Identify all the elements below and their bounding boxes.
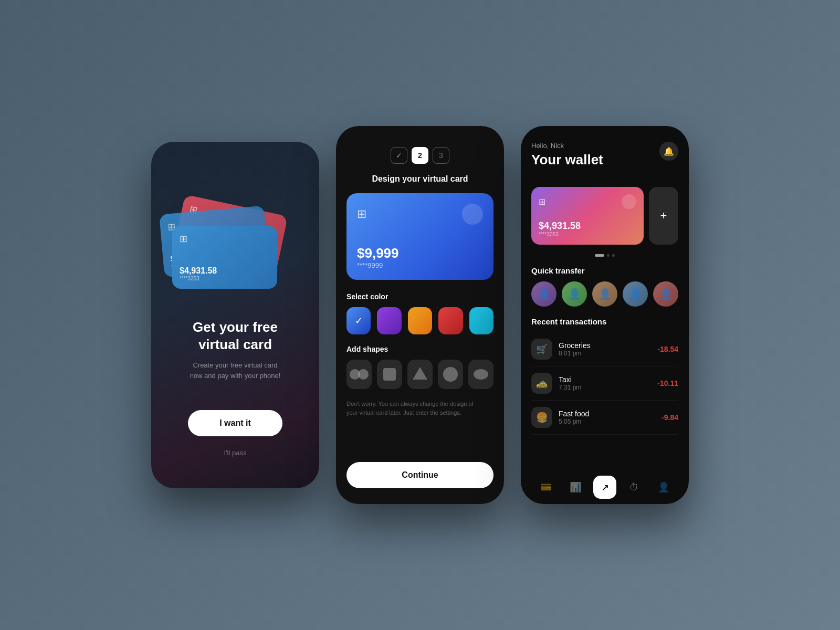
preview-card-logo: ⊞ [357,207,366,221]
wallet-main-card: ⊞ $4,931.58 ****3353 [531,187,644,245]
wallet-card-row: ⊞ $4,931.58 ****3353 + [531,187,678,245]
avatar-4-icon: 👤 [629,288,642,300]
taxi-time: 7:31 pm [559,384,657,391]
wallet-nav-icon: 💳 [540,481,552,493]
transfer-avatars: 👤 👤 👤 👤 👤 [531,281,678,307]
ill-pass-link[interactable]: I'll pass [224,449,247,457]
preview-card-number: ****9999 [357,261,483,269]
color-blue[interactable]: ✓ [346,307,371,334]
step-1-done: ✓ [391,147,407,164]
history-nav-icon: ⏱ [629,482,639,493]
avatar-3-icon: 👤 [598,288,612,300]
fastfood-amount: -9.84 [662,413,678,422]
profile-nav-icon: 👤 [658,481,669,493]
transaction-fastfood: 🍔 Fast food 5:05 pm -9.84 [531,401,678,435]
phone1-subtitle: Create your free virtual cardnow and pay… [174,360,297,381]
quick-transfer-title: Quick transfer [531,266,678,275]
shape-3[interactable] [407,360,433,389]
stats-nav-icon: 📊 [570,481,581,493]
card-front: ⊞ $4,931.58 ****3353 [172,226,277,289]
avatar-2[interactable]: 👤 [562,281,587,307]
add-card-button[interactable]: + [649,187,678,245]
groceries-time: 8:01 pm [559,350,657,357]
wallet-title: Your wallet [531,152,659,168]
bottom-nav: 💳 📊 ↗ ⏱ 👤 [531,468,678,499]
selected-check: ✓ [355,315,363,327]
color-options: ✓ [346,307,494,334]
plus-icon: + [660,209,667,223]
shape-1[interactable] [346,360,372,389]
card-stack: ⊞ $4,931.58 ****3353 ⊞ $4,931.58 ****335… [162,194,309,289]
avatar-5-icon: 👤 [659,288,673,300]
avatar-1[interactable]: 👤 [531,281,556,307]
card-amount-3: $4,931.58 [180,266,270,276]
avatar-5[interactable]: 👤 [653,281,678,307]
step-2-active: 2 [412,147,428,164]
groceries-amount: -18.54 [657,345,678,353]
fastfood-time: 5:05 pm [559,418,662,425]
preview-card: ⊞ $9,999 ****9999 [346,193,494,280]
step-3-label: 3 [439,151,443,160]
dot-inactive-2 [612,254,615,257]
step-indicators: ✓ 2 3 [346,147,494,164]
shape-5[interactable] [468,360,494,389]
nav-wallet[interactable]: 💳 [534,476,558,499]
groceries-icon: 🛒 [531,339,552,360]
card-pagination-dots [531,254,678,257]
greeting-text: Hello, Nick [531,142,659,150]
groceries-name: Groceries [559,341,657,350]
step-3-inactive: 3 [433,147,449,164]
recent-transactions-title: Recent transactions [531,317,678,326]
fastfood-info: Fast food 5:05 pm [559,410,662,425]
shape-4[interactable] [438,360,463,389]
taxi-amount: -10.11 [657,379,678,387]
shapes-section-label: Add shapes [346,345,494,353]
avatar-4[interactable]: 👤 [623,281,648,307]
wallet-card-circle [622,194,636,209]
preview-card-circle [462,204,483,225]
svg-point-1 [358,369,369,380]
fastfood-name: Fast food [559,410,662,418]
notification-button[interactable]: 🔔 [659,142,678,161]
phone-3: Hello, Nick Your wallet 🔔 ⊞ $4,931.58 **… [521,126,689,504]
continue-button[interactable]: Continue [346,462,494,488]
card-logo-icon-3: ⊞ [180,233,187,245]
transaction-groceries: 🛒 Groceries 8:01 pm -18.54 [531,332,678,366]
taxi-icon: 🚕 [531,373,552,394]
preview-card-amount: $9,999 [357,245,483,261]
avatar-3[interactable]: 👤 [592,281,617,307]
wallet-card-amount: $4,931.58 [539,220,581,232]
svg-marker-3 [413,367,427,380]
color-orange[interactable] [408,307,432,334]
shapes-options [346,360,494,389]
fastfood-icon: 🍔 [531,407,552,428]
nav-profile[interactable]: 👤 [652,476,675,499]
groceries-info: Groceries 8:01 pm [559,341,657,357]
nav-history[interactable]: ⏱ [623,476,646,499]
color-purple[interactable] [377,307,401,334]
card-number-3: ****3353 [180,276,270,281]
color-section-label: Select color [346,292,494,301]
phone2-title: Design your virtual card [346,174,494,184]
color-cyan[interactable] [469,307,494,334]
transaction-taxi: 🚕 Taxi 7:31 pm -10.11 [531,366,678,401]
wallet-card-number: ****3353 [539,232,581,237]
color-red[interactable] [438,307,463,334]
phone-2: ✓ 2 3 Design your virtual card ⊞ $9,999 … [336,126,504,504]
wallet-header: Hello, Nick Your wallet 🔔 [531,142,678,178]
taxi-name: Taxi [559,375,657,384]
step-1-check-icon: ✓ [396,151,402,160]
nav-stats[interactable]: 📊 [564,476,587,499]
svg-point-5 [474,369,488,380]
step-2-label: 2 [418,151,422,160]
svg-rect-4 [443,367,458,382]
dot-active [595,254,604,257]
i-want-it-button[interactable]: I want it [188,410,282,436]
avatar-2-icon: 👤 [568,288,581,300]
nav-transfer-active[interactable]: ↗ [593,476,616,499]
shape-2[interactable] [377,360,402,389]
phone1-title: Get your freevirtual card [174,319,297,353]
wallet-card-logo: ⊞ [539,197,545,207]
bell-icon: 🔔 [664,146,674,156]
avatar-1-icon: 👤 [538,288,551,300]
